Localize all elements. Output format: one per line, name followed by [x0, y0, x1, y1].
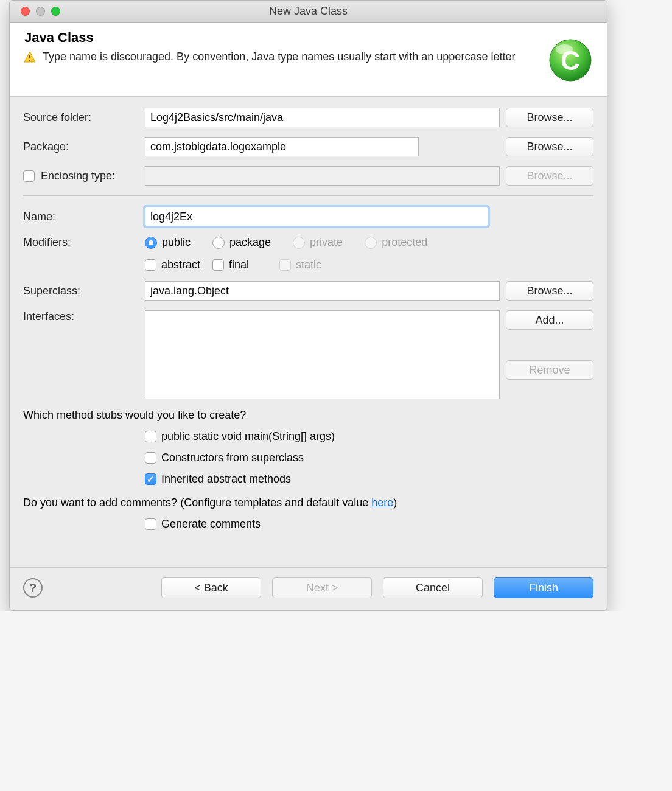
generate-comments-checkbox[interactable]: Generate comments [145, 518, 593, 531]
radio-icon [293, 237, 305, 249]
checkbox-icon [145, 259, 156, 271]
cancel-button[interactable]: Cancel [383, 577, 483, 598]
checkbox-icon [212, 259, 224, 271]
radio-icon [145, 237, 157, 249]
new-java-class-dialog: New Java Class Java Class Type name is d… [9, 0, 607, 611]
modifier-package[interactable]: package [212, 236, 271, 249]
browse-superclass-button[interactable]: Browse... [506, 281, 593, 301]
page-title: Java Class [24, 30, 540, 46]
superclass-label: Superclass: [23, 285, 139, 298]
svg-rect-0 [29, 55, 30, 58]
enclosing-type-input [145, 166, 500, 186]
window-title: New Java Class [10, 5, 607, 18]
checkbox-icon [145, 431, 156, 442]
interfaces-label: Interfaces: [23, 310, 139, 323]
warning-icon [23, 51, 37, 68]
finish-button[interactable]: Finish [494, 577, 593, 598]
browse-package-button[interactable]: Browse... [506, 137, 593, 156]
divider [23, 195, 593, 196]
comments-question: Do you want to add comments? (Configure … [23, 497, 593, 509]
name-input[interactable] [145, 207, 488, 226]
interfaces-list[interactable] [145, 310, 500, 399]
svg-rect-1 [29, 60, 30, 61]
modifier-private: private [293, 236, 343, 249]
source-folder-label: Source folder: [23, 111, 139, 124]
modifier-final[interactable]: final [212, 259, 249, 271]
help-icon[interactable]: ? [23, 578, 43, 598]
stub-inherited-checkbox[interactable]: Inherited abstract methods [145, 473, 593, 486]
checkbox-icon [279, 259, 291, 271]
configure-templates-link[interactable]: here [371, 497, 393, 509]
modifier-public[interactable]: public [145, 236, 191, 249]
header-description: Type name is discouraged. By convention,… [43, 49, 540, 64]
package-label: Package: [23, 141, 139, 153]
add-interface-button[interactable]: Add... [506, 310, 593, 330]
dialog-content: Source folder: Browse... Package: Browse… [10, 97, 607, 531]
dialog-header: Java Class Type name is discouraged. By … [10, 23, 607, 97]
class-logo: C [546, 36, 595, 88]
modifiers-label: Modifiers: [23, 236, 139, 249]
back-button[interactable]: < Back [161, 577, 261, 598]
enclosing-type-checkbox[interactable] [23, 170, 35, 182]
dialog-footer: ? < Back Next > Cancel Finish [10, 567, 607, 610]
checkbox-icon [145, 452, 156, 464]
browse-source-folder-button[interactable]: Browse... [506, 108, 593, 127]
radio-icon [365, 237, 377, 249]
browse-enclosing-type-button: Browse... [506, 166, 593, 186]
stub-constructors-checkbox[interactable]: Constructors from superclass [145, 451, 593, 464]
package-input[interactable] [145, 137, 419, 156]
svg-point-4 [556, 44, 573, 54]
source-folder-input[interactable] [145, 108, 500, 127]
titlebar: New Java Class [10, 1, 607, 23]
radio-icon [212, 237, 225, 249]
enclosing-type-label: Enclosing type: [41, 170, 115, 183]
superclass-input[interactable] [145, 281, 500, 301]
remove-interface-button: Remove [506, 360, 593, 380]
next-button: Next > [272, 577, 372, 598]
name-label: Name: [23, 211, 139, 223]
modifier-protected: protected [365, 236, 427, 249]
modifier-static: static [279, 259, 321, 271]
modifier-abstract[interactable]: abstract [145, 259, 200, 271]
stub-main-checkbox[interactable]: public static void main(String[] args) [145, 430, 593, 443]
checkbox-icon [145, 518, 156, 530]
method-stubs-question: Which method stubs would you like to cre… [23, 409, 593, 422]
checkbox-icon [145, 473, 156, 485]
